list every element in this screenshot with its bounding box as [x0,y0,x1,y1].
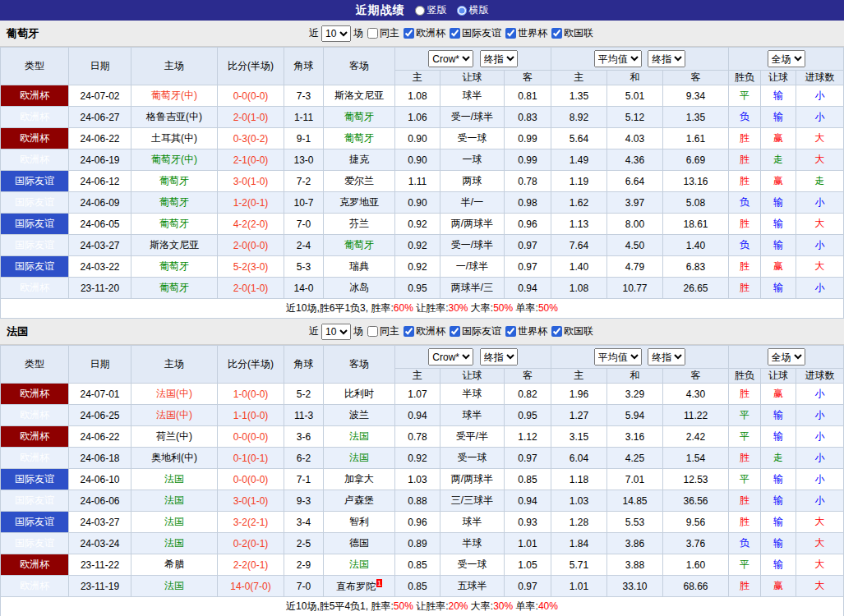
home-team-cell-link[interactable]: 希腊 [164,559,184,570]
home-team-cell[interactable]: 法国 [131,576,218,597]
away-team-cell-link[interactable]: 法国 [349,430,369,442]
home-team-cell[interactable]: 斯洛文尼亚 [131,235,218,256]
away-team-cell-link[interactable]: 芬兰 [349,218,369,229]
nations-league-checkbox[interactable] [551,326,562,337]
home-team-cell[interactable]: 土耳其(中) [131,128,218,149]
match-count-select[interactable]: 10 [321,324,351,340]
away-team-cell-link[interactable]: 法国 [349,559,369,570]
away-team-cell[interactable]: 直布罗陀1 [324,576,395,597]
home-team-cell-link[interactable]: 法国 [164,516,184,527]
away-team-cell[interactable]: 比利时 [324,384,395,405]
away-team-cell-link[interactable]: 法国 [349,452,369,463]
world-cup-checkbox[interactable] [505,28,516,39]
away-team-cell-link[interactable]: 葡萄牙 [344,132,374,144]
home-team-cell[interactable]: 葡萄牙 [131,256,218,278]
away-team-cell[interactable]: 冰岛 [324,278,395,299]
away-team-cell-link[interactable]: 加拿大 [344,473,374,485]
away-team-cell[interactable]: 法国 [324,554,395,576]
average-odds-select[interactable]: 平均值 [594,348,642,365]
filter-euro-cup[interactable]: 欧洲杯 [404,324,445,338]
away-team-cell[interactable]: 捷克 [324,149,395,171]
home-team-cell[interactable]: 法国 [131,469,218,490]
filter-nations-league[interactable]: 欧国联 [551,324,593,338]
away-team-cell-link[interactable]: 卢森堡 [344,494,374,506]
home-team-cell-link[interactable]: 荷兰(中) [156,430,192,442]
match-scope-select[interactable]: 全场 [768,348,805,365]
away-team-cell-link[interactable]: 智利 [349,516,369,527]
home-team-cell-link[interactable]: 葡萄牙 [159,196,189,208]
away-team-cell-link[interactable]: 波兰 [349,409,369,421]
home-team-cell-link[interactable]: 葡萄牙 [159,260,189,272]
away-team-cell[interactable]: 加拿大 [324,469,395,490]
friendly-checkbox[interactable] [450,28,460,39]
away-team-cell-link[interactable]: 比利时 [344,388,374,399]
horizontal-layout-radio[interactable] [457,6,467,16]
filter-friendly[interactable]: 国际友谊 [450,324,501,338]
home-team-cell-link[interactable]: 斯洛文尼亚 [150,239,199,251]
home-team-cell[interactable]: 葡萄牙(中) [131,149,218,171]
away-team-cell[interactable]: 瑞典 [324,256,395,278]
away-team-cell[interactable]: 芬兰 [324,214,395,235]
away-team-cell[interactable]: 克罗地亚 [324,192,395,214]
home-team-cell[interactable]: 葡萄牙 [131,192,218,214]
away-team-cell[interactable]: 波兰 [324,405,395,426]
match-scope-select[interactable]: 全场 [768,50,805,67]
filter-nations-league[interactable]: 欧国联 [551,26,593,40]
layout-option-horizontal[interactable]: 横版 [457,3,489,17]
home-team-cell-link[interactable]: 奥地利(中) [151,452,197,463]
vertical-layout-radio[interactable] [415,6,425,16]
world-cup-checkbox[interactable] [505,326,516,337]
filter-world-cup[interactable]: 世界杯 [505,26,547,40]
home-team-cell[interactable]: 法国 [131,490,218,512]
filter-euro-cup[interactable]: 欧洲杯 [404,26,445,40]
euro-cup-checkbox[interactable] [404,326,414,337]
home-team-cell-link[interactable]: 葡萄牙 [159,218,189,229]
home-team-cell[interactable]: 葡萄牙 [131,171,218,192]
layout-option-vertical[interactable]: 竖版 [415,3,447,17]
away-team-cell-link[interactable]: 冰岛 [349,282,369,293]
home-team-cell[interactable]: 法国(中) [131,405,218,426]
home-team-cell-link[interactable]: 土耳其(中) [151,132,197,144]
away-team-cell[interactable]: 法国 [324,426,395,448]
away-team-cell[interactable]: 法国 [324,448,395,469]
filter-world-cup[interactable]: 世界杯 [505,324,547,338]
home-team-cell[interactable]: 希腊 [131,554,218,576]
away-team-cell[interactable]: 德国 [324,533,395,554]
home-team-cell[interactable]: 格鲁吉亚(中) [131,107,218,128]
away-team-cell[interactable]: 卢森堡 [324,490,395,512]
away-team-cell[interactable]: 葡萄牙 [324,128,395,149]
away-team-cell[interactable]: 葡萄牙 [324,107,395,128]
away-team-cell[interactable]: 爱尔兰 [324,171,395,192]
filter-same-home[interactable]: 同主 [367,324,399,338]
away-team-cell-link[interactable]: 葡萄牙 [344,239,374,251]
home-team-cell[interactable]: 荷兰(中) [131,426,218,448]
away-team-cell-link[interactable]: 斯洛文尼亚 [334,90,384,101]
home-team-cell-link[interactable]: 葡萄牙(中) [151,154,197,165]
away-team-cell-link[interactable]: 德国 [349,537,369,549]
home-team-cell-link[interactable]: 格鲁吉亚(中) [146,111,202,122]
home-team-cell-link[interactable]: 法国(中) [156,388,192,399]
away-team-cell-link[interactable]: 直布罗陀 [336,581,376,592]
home-team-cell-link[interactable]: 葡萄牙 [159,282,189,293]
asian-odds-time-select[interactable]: 终指 [480,348,518,365]
same-home-checkbox[interactable] [367,326,378,337]
home-team-cell[interactable]: 葡萄牙 [131,214,218,235]
home-team-cell[interactable]: 葡萄牙 [131,278,218,299]
home-team-cell[interactable]: 法国 [131,533,218,554]
home-team-cell-link[interactable]: 法国 [164,473,184,485]
euro-cup-checkbox[interactable] [404,28,414,39]
asian-odds-time-select[interactable]: 终指 [480,50,518,67]
away-team-cell-link[interactable]: 克罗地亚 [339,196,379,208]
home-team-cell-link[interactable]: 葡萄牙 [159,175,189,186]
away-team-cell[interactable]: 斯洛文尼亚 [324,85,395,107]
home-team-cell[interactable]: 奥地利(中) [131,448,218,469]
filter-same-home[interactable]: 同主 [367,26,399,40]
friendly-checkbox[interactable] [450,326,460,337]
away-team-cell-link[interactable]: 捷克 [349,154,369,165]
odds-provider-select[interactable]: Crow* [428,348,473,365]
home-team-cell-link[interactable]: 法国 [164,494,184,506]
away-team-cell[interactable]: 葡萄牙 [324,235,395,256]
nations-league-checkbox[interactable] [551,28,562,39]
match-count-select[interactable]: 10 [321,25,351,42]
home-team-cell-link[interactable]: 法国(中) [156,409,192,421]
